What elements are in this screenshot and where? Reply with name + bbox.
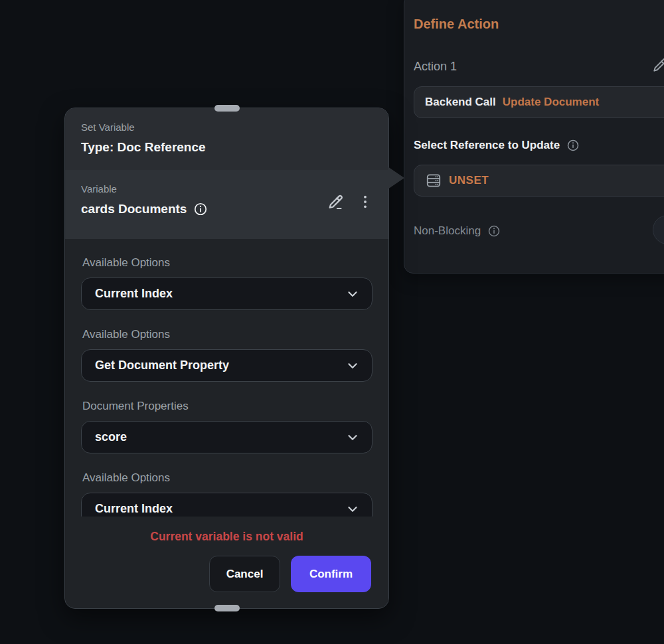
non-blocking-label: Non-Blocking	[414, 224, 481, 238]
drag-handle-top[interactable]	[214, 105, 240, 112]
option-group-label: Available Options	[82, 256, 373, 270]
backend-call-button[interactable]: Backend Call Update Document	[414, 86, 664, 118]
dialog-body: Available Options Current Index Availabl…	[65, 239, 388, 608]
variable-name: cards Documents	[81, 201, 187, 216]
info-icon[interactable]	[566, 139, 580, 152]
select-value: Current Index	[95, 502, 173, 516]
validation-error: Current variable is not valid	[82, 530, 371, 544]
chevron-down-icon	[345, 359, 360, 373]
reference-select-button[interactable]: UNSET	[414, 165, 664, 197]
chevron-down-icon	[345, 430, 360, 445]
connector-arrow	[388, 167, 404, 189]
define-action-panel: Define Action Action 1 Backend Call Upda…	[404, 0, 664, 274]
info-icon[interactable]	[193, 202, 208, 216]
option-group-label: Document Properties	[82, 400, 373, 413]
edit-action-pencil-icon[interactable]	[651, 56, 664, 74]
select-value: Get Document Property	[95, 359, 229, 372]
dialog-title: Type: Doc Reference	[81, 139, 373, 155]
dialog-footer: Current variable is not valid Cancel Con…	[65, 517, 388, 608]
edit-variable-pencil-icon[interactable]	[326, 192, 346, 212]
option-group-label: Available Options	[82, 328, 373, 341]
option-group: Available Options Get Document Property	[81, 328, 373, 382]
drag-handle-bottom[interactable]	[214, 605, 240, 611]
available-options-select[interactable]: Get Document Property	[81, 349, 373, 382]
info-icon[interactable]	[487, 224, 501, 238]
select-reference-label: Select Reference to Update	[414, 138, 560, 152]
database-icon	[425, 172, 442, 189]
backend-call-type: Backend Call	[425, 96, 496, 109]
variable-section: Variable cards Documents	[65, 170, 388, 239]
select-value: Current Index	[95, 287, 173, 301]
option-group: Document Properties score	[81, 400, 373, 453]
chevron-down-icon	[345, 502, 360, 517]
cancel-button[interactable]: Cancel	[209, 556, 280, 592]
flow-canvas: Define Action Action 1 Backend Call Upda…	[0, 0, 664, 644]
chevron-down-icon	[345, 287, 360, 301]
panel-title: Define Action	[414, 17, 664, 31]
set-variable-dialog: Set Variable Type: Doc Reference Variabl…	[64, 108, 389, 609]
option-group-label: Available Options	[82, 471, 373, 485]
available-options-select[interactable]: Current Index	[81, 278, 373, 310]
dialog-header: Set Variable Type: Doc Reference	[65, 108, 388, 170]
confirm-button[interactable]: Confirm	[291, 556, 371, 592]
reference-value: UNSET	[449, 174, 489, 187]
select-value: score	[95, 430, 127, 444]
kebab-menu-icon[interactable]	[358, 193, 373, 211]
dialog-kicker: Set Variable	[81, 121, 373, 133]
backend-call-name: Update Document	[503, 96, 599, 109]
variable-label: Variable	[81, 183, 208, 195]
option-group: Available Options Current Index	[81, 256, 373, 310]
action-label: Action 1	[414, 60, 457, 73]
document-properties-select[interactable]: score	[81, 421, 373, 453]
